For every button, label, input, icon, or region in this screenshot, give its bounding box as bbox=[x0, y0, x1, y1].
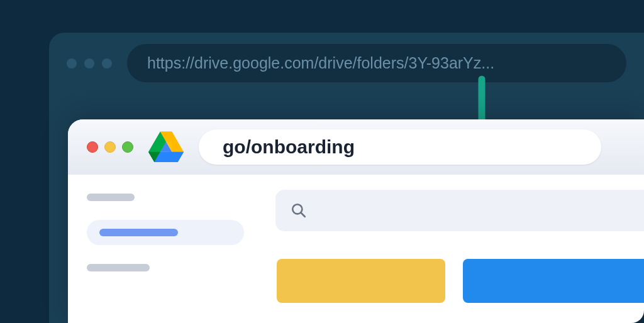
address-bar-short-url[interactable]: go/onboarding bbox=[199, 129, 601, 165]
sidebar-active-item[interactable] bbox=[87, 220, 244, 245]
minimize-window-button[interactable] bbox=[104, 141, 116, 153]
sidebar bbox=[68, 175, 250, 323]
svg-marker-2 bbox=[172, 132, 184, 152]
main-content bbox=[250, 175, 644, 323]
close-window-button[interactable] bbox=[87, 141, 98, 153]
svg-line-8 bbox=[301, 213, 305, 217]
window-control-dot bbox=[102, 58, 112, 68]
sidebar-skeleton-line bbox=[87, 264, 150, 271]
window-controls bbox=[87, 141, 133, 153]
address-bar-long-url[interactable]: https://drive.google.com/drive/folders/3… bbox=[127, 44, 626, 82]
drive-page-body bbox=[68, 175, 644, 323]
window-controls-dark bbox=[67, 58, 112, 68]
inner-browser-header: go/onboarding bbox=[68, 119, 644, 175]
outer-browser-header: https://drive.google.com/drive/folders/3… bbox=[49, 33, 644, 94]
search-input[interactable] bbox=[275, 190, 644, 231]
window-control-dot bbox=[84, 58, 94, 68]
folder-tile[interactable] bbox=[463, 259, 644, 303]
window-control-dot bbox=[67, 58, 77, 68]
google-drive-logo-icon bbox=[148, 131, 184, 163]
folder-tile[interactable] bbox=[277, 259, 445, 303]
maximize-window-button[interactable] bbox=[122, 141, 133, 153]
search-icon bbox=[291, 202, 307, 219]
inner-browser-window: go/onboarding bbox=[68, 119, 644, 323]
content-tiles bbox=[275, 259, 644, 303]
sidebar-skeleton-line bbox=[99, 229, 178, 236]
sidebar-skeleton-line bbox=[87, 194, 135, 201]
